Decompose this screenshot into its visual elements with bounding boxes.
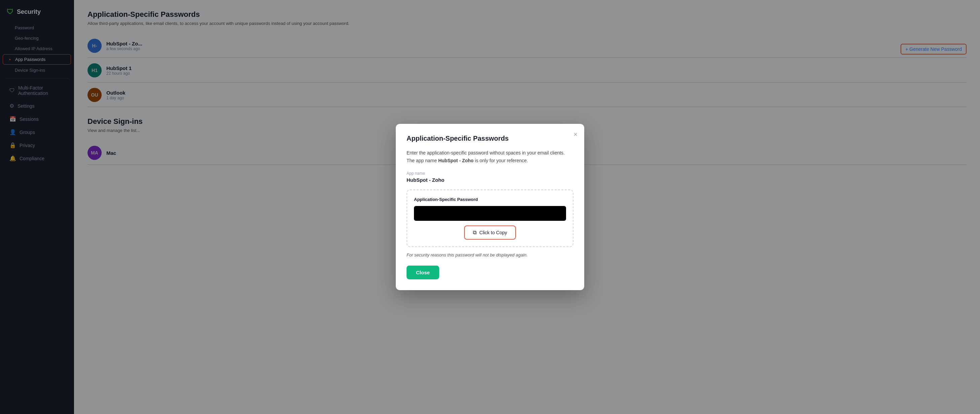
modal-description: Enter the application-specific password … xyxy=(407,149,573,164)
copy-icon: ⧉ xyxy=(473,229,477,236)
password-box-label: Application-Specific Password xyxy=(414,197,566,202)
password-box: Application-Specific Password ⧉ Click to… xyxy=(407,189,573,247)
modal-close-button[interactable]: × xyxy=(573,131,578,139)
modal-desc-text2: is only for your reference. xyxy=(474,158,528,163)
copy-to-clipboard-button[interactable]: ⧉ Click to Copy xyxy=(464,226,515,240)
app-name-value: HubSpot - Zoho xyxy=(407,177,573,183)
modal-title: Application-Specific Passwords xyxy=(407,135,573,142)
close-modal-button[interactable]: Close xyxy=(407,266,439,279)
modal-overlay: Application-Specific Passwords × Enter t… xyxy=(0,0,980,414)
security-note: For security reasons this password will … xyxy=(407,252,573,258)
modal-app-name-bold: HubSpot - Zoho xyxy=(438,158,474,163)
app-name-label: App name xyxy=(407,171,573,176)
app-specific-password-modal: Application-Specific Passwords × Enter t… xyxy=(396,124,584,290)
copy-button-label: Click to Copy xyxy=(479,230,507,235)
password-masked-field xyxy=(414,206,566,221)
